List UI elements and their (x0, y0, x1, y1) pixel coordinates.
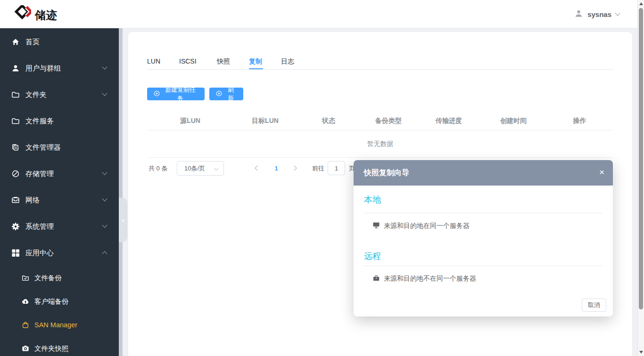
sidebar-item-folder-snapshot[interactable]: 文件夹快照 (0, 340, 119, 356)
remote-option[interactable]: 来源和目的地不在同一个服务器 (372, 273, 476, 284)
chevron-up-icon (102, 251, 107, 256)
goto-page-input[interactable] (328, 161, 345, 175)
sidebar-item-file-manager[interactable]: 文件管理器 (0, 139, 119, 155)
page-size-value: 10条/页 (184, 165, 205, 172)
tab-bar-divider (147, 69, 613, 70)
sidebar-item-network[interactable]: 网络 (0, 192, 119, 208)
table-header-row: 源LUN 目标LUN 状态 备份类型 传输进度 创建时间 操作 (147, 112, 613, 130)
top-bar: 储迹 sysnas (0, 0, 644, 28)
prev-page-icon[interactable] (255, 165, 260, 170)
column-header: 传输进度 (417, 117, 481, 125)
sidebar-item-client-backup[interactable]: 客户端备份 (0, 293, 119, 309)
sidebar-item-users-groups[interactable]: 用户与群组 (0, 60, 119, 76)
file-manager-icon (11, 143, 20, 152)
brand-logo-icon (13, 5, 31, 25)
sidebar-scrollbar[interactable] (119, 28, 123, 356)
local-option[interactable]: 来源和目的地在同一个服务器 (372, 220, 470, 232)
scrollbar-thumb[interactable] (639, 8, 643, 309)
sidebar-item-label: 客户端备份 (34, 297, 69, 306)
storage-icon (11, 170, 20, 178)
chevron-down-icon (214, 166, 219, 171)
home-icon (11, 38, 20, 46)
app-window: 储迹 sysnas 首页 用户与群组 (0, 0, 644, 356)
sidebar-item-label: 系统管理 (25, 222, 54, 231)
column-header: 状态 (297, 117, 360, 125)
chevron-down-icon (615, 10, 620, 16)
sidebar-item-label: 网络 (25, 196, 40, 205)
cancel-button[interactable]: 取消 (582, 299, 606, 312)
brand[interactable]: 储迹 (13, 5, 58, 25)
tab-lun[interactable]: LUN (147, 54, 160, 69)
table-empty-row: 暂无数据 (147, 130, 613, 158)
empty-data-text: 暂无数据 (367, 140, 394, 148)
next-page-icon[interactable] (291, 165, 297, 170)
chevron-down-icon (102, 90, 107, 96)
briefcase-icon (372, 274, 380, 283)
current-page-button[interactable]: 1 (271, 161, 282, 176)
camera-icon (22, 345, 29, 352)
total-count-text: 共 0 条 (149, 161, 167, 176)
remote-section-heading: 远程 (364, 251, 381, 262)
plus-circle-icon (216, 90, 222, 98)
user-avatar-icon (574, 9, 583, 20)
plus-circle-icon (154, 90, 160, 98)
sidebar-item-system[interactable]: 系统管理 (0, 218, 119, 235)
network-icon (11, 196, 20, 204)
column-header: 备份类型 (360, 117, 417, 125)
sidebar-item-label: 用户与群组 (25, 64, 61, 73)
tab-iscsi[interactable]: ISCSI (179, 54, 197, 69)
sidebar-item-label: 文件服务 (25, 117, 54, 126)
chevron-down-icon (102, 222, 107, 227)
sidebar-item-file-services[interactable]: 文件服务 (0, 113, 119, 129)
close-icon[interactable]: × (599, 160, 604, 185)
sidebar-item-label: 文件夹 (25, 90, 47, 99)
goto-label: 前往 (312, 161, 324, 176)
collapse-icon: « (121, 217, 124, 224)
tab-snapshot[interactable]: 快照 (217, 54, 230, 69)
sidebar-item-folders[interactable]: 文件夹 (0, 87, 119, 103)
dialog-title: 快照复制向导 (364, 160, 409, 186)
page-size-select[interactable]: 10条/页 (177, 161, 224, 176)
chevron-down-icon (102, 196, 107, 201)
sidebar-item-san-manager[interactable]: SAN Manager (0, 317, 119, 333)
remote-option-label: 来源和目的地不在同一个服务器 (384, 275, 476, 283)
local-section-heading: 本地 (364, 194, 381, 205)
folder-check-icon (22, 274, 29, 282)
username: sysnas (587, 10, 611, 18)
new-replication-task-button[interactable]: 新建复制任务 (147, 88, 205, 100)
sidebar-item-label: SAN Manager (34, 321, 77, 329)
bag-icon (22, 321, 29, 329)
tab-replication[interactable]: 复制 (249, 54, 262, 69)
scroll-down-icon[interactable] (639, 351, 643, 354)
sidebar-item-label: 文件夹快照 (34, 344, 69, 353)
sidebar-item-label: 文件备份 (34, 274, 62, 283)
sidebar-item-home[interactable]: 首页 (0, 34, 119, 50)
sidebar: 首页 用户与群组 文件夹 文件服务 (0, 28, 119, 356)
chevron-down-icon (102, 64, 107, 69)
folder-icon (11, 90, 20, 99)
brand-name: 储迹 (35, 8, 58, 23)
sidebar-item-label: 首页 (25, 38, 40, 47)
snapshot-replication-wizard-dialog: 快照复制向导 × 本地 来源和目的地在同一个服务器 远程 (354, 160, 613, 316)
tab-log[interactable]: 日志 (281, 54, 294, 69)
sidebar-item-app-center[interactable]: 应用中心 (0, 245, 119, 261)
chevron-down-icon (102, 170, 107, 175)
local-option-label: 来源和目的地在同一个服务器 (384, 222, 470, 230)
scroll-up-icon[interactable] (639, 2, 643, 5)
column-header: 目标LUN (233, 117, 297, 125)
apps-icon (11, 249, 20, 257)
user-menu[interactable]: sysnas (574, 0, 619, 28)
sidebar-item-file-backup[interactable]: 文件备份 (0, 270, 119, 286)
column-header: 创建时间 (481, 117, 546, 125)
refresh-label: 刷新 (225, 86, 237, 103)
sidebar-item-label: 文件管理器 (25, 143, 61, 152)
column-header: 操作 (546, 117, 613, 125)
new-task-label: 新建复制任务 (163, 86, 198, 103)
section-divider (364, 213, 603, 213)
page-scrollbar[interactable] (637, 0, 644, 356)
sidebar-item-label: 存储管理 (25, 170, 54, 178)
column-header: 源LUN (147, 117, 233, 125)
sidebar-collapse-handle[interactable]: « (119, 198, 127, 242)
refresh-button[interactable]: 刷新 (209, 88, 243, 100)
sidebar-item-storage[interactable]: 存储管理 (0, 166, 119, 182)
